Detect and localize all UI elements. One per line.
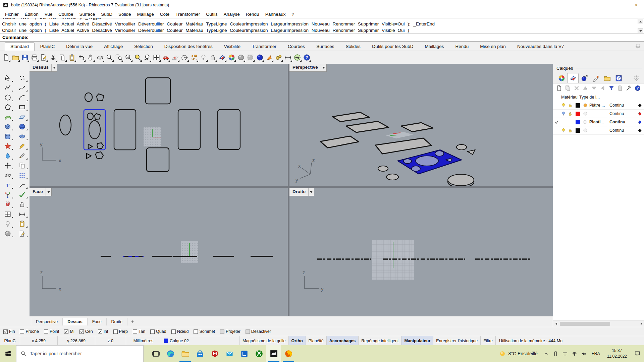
firefox-taskbar-button[interactable] bbox=[281, 345, 296, 362]
layer-linetype[interactable]: Continu bbox=[608, 101, 630, 109]
layer-color-cell[interactable] bbox=[574, 128, 582, 133]
open-folder-button[interactable] bbox=[11, 52, 20, 62]
tab-d-finir-la-vue[interactable]: Définir la vue bbox=[60, 42, 98, 51]
layer-linetype[interactable]: Continu bbox=[608, 126, 630, 134]
surface-button[interactable] bbox=[1, 112, 14, 122]
sphere-ghosted-button[interactable] bbox=[246, 52, 255, 62]
tray-display[interactable] bbox=[562, 351, 568, 357]
viewport-label-face[interactable]: Face bbox=[30, 188, 52, 196]
knife-button[interactable] bbox=[16, 151, 28, 161]
rotate-view-button[interactable] bbox=[1, 170, 14, 180]
rotate-view-button[interactable] bbox=[95, 52, 105, 62]
layer-row[interactable]: Continu bbox=[553, 126, 644, 135]
close-button[interactable]: × bbox=[629, 0, 644, 10]
plane-button[interactable] bbox=[16, 112, 28, 122]
layers-hscrollbar[interactable] bbox=[553, 320, 644, 327]
command-input[interactable] bbox=[29, 34, 644, 41]
menu-fichier[interactable]: Fichier bbox=[2, 12, 22, 17]
tab-affichage[interactable]: Affichage bbox=[98, 42, 128, 51]
move-button[interactable] bbox=[1, 161, 14, 170]
tab-surfaces[interactable]: Surfaces bbox=[311, 42, 340, 51]
layer-linetype[interactable]: Continu bbox=[608, 110, 630, 118]
perspective-canvas[interactable]: z x y bbox=[289, 64, 553, 186]
array-button[interactable] bbox=[16, 170, 28, 180]
tab-nouveaut-s-dans-la-v7[interactable]: Nouveautés dans la V7 bbox=[512, 42, 570, 51]
sun-cone-button[interactable] bbox=[264, 52, 274, 62]
panel-tab-render-wedge[interactable] bbox=[567, 73, 579, 83]
start-button[interactable] bbox=[0, 345, 16, 362]
menu-analyse[interactable]: Analyse bbox=[221, 12, 243, 17]
edge-taskbar-button[interactable] bbox=[163, 345, 178, 362]
menu-subd[interactable]: SubD bbox=[98, 12, 115, 17]
panel-tab-color-wheel[interactable] bbox=[556, 73, 567, 83]
options-gears-button[interactable] bbox=[274, 52, 283, 62]
layer-print-color-cell[interactable] bbox=[635, 111, 644, 117]
menu-surface[interactable]: Surface bbox=[76, 12, 98, 17]
tab-solides[interactable]: Solides bbox=[340, 42, 366, 51]
panel-tab-gear[interactable] bbox=[631, 73, 642, 83]
arc-button[interactable] bbox=[16, 93, 28, 102]
zoom-dynamic-button[interactable] bbox=[105, 52, 114, 62]
toggle-manipulateur[interactable]: Manipulateur bbox=[401, 336, 433, 345]
osnap-point[interactable]: Point bbox=[44, 329, 59, 334]
current-layer-cell[interactable]: Calque 02 bbox=[161, 336, 240, 345]
layer-print-color-cell[interactable] bbox=[635, 103, 644, 108]
menu-transformer[interactable]: Transformer bbox=[172, 12, 203, 17]
osnap-sommet[interactable]: Sommet bbox=[194, 329, 215, 334]
menu-rendu[interactable]: Rendu bbox=[243, 12, 262, 17]
pencil-button[interactable] bbox=[16, 141, 28, 151]
sphere-blue-button[interactable] bbox=[16, 122, 28, 131]
lamp-button[interactable] bbox=[199, 52, 208, 62]
weather-widget[interactable]: 8°C Ensoleillé bbox=[499, 350, 538, 357]
viewport-tab-face[interactable]: Face bbox=[88, 318, 107, 325]
page-gray-button[interactable] bbox=[616, 84, 624, 92]
taskbar-search[interactable]: Taper ici pour rechercher bbox=[16, 345, 144, 362]
lights-diagram-button[interactable] bbox=[189, 52, 199, 62]
tab-outils-pour-les-subd[interactable]: Outils pour les SubD bbox=[366, 42, 419, 51]
layer-linetype[interactable]: Continu bbox=[608, 118, 630, 126]
menu-outils[interactable]: Outils bbox=[203, 12, 221, 17]
viewport-face[interactable]: z x Face bbox=[30, 188, 288, 316]
print-button[interactable] bbox=[30, 52, 39, 62]
osnap-nud[interactable]: Nœud bbox=[171, 329, 189, 334]
layer-lock-cell[interactable] bbox=[567, 128, 574, 133]
viewport-menu-icon[interactable] bbox=[308, 188, 314, 196]
droite-canvas[interactable]: z y bbox=[289, 188, 553, 316]
tab-s-lection[interactable]: Sélection bbox=[128, 42, 159, 51]
tray-volume[interactable] bbox=[581, 351, 587, 357]
explorer-taskbar-button[interactable] bbox=[178, 345, 193, 362]
toggle-accrochages[interactable]: Accrochages bbox=[327, 336, 359, 345]
curve-button[interactable] bbox=[16, 83, 28, 93]
toggle-filtre[interactable]: Filtre bbox=[481, 336, 496, 345]
edit-doc-button[interactable] bbox=[16, 229, 28, 238]
minimize-button[interactable] bbox=[598, 0, 613, 10]
rect-tool-button[interactable] bbox=[16, 102, 28, 112]
osnap-mi[interactable]: Mi bbox=[64, 329, 74, 334]
circle-tool-button[interactable] bbox=[1, 93, 14, 102]
viewport-menu-icon[interactable] bbox=[51, 64, 57, 71]
polygon-button[interactable] bbox=[1, 102, 14, 112]
points-button[interactable] bbox=[16, 73, 28, 83]
viewport-menu-icon[interactable] bbox=[46, 188, 51, 196]
units-cell[interactable]: Millimètres bbox=[126, 336, 161, 345]
zoom-window-button[interactable] bbox=[123, 52, 133, 62]
cut-button[interactable] bbox=[48, 52, 58, 62]
menu-dition[interactable]: Édition bbox=[22, 12, 42, 17]
lock-button[interactable] bbox=[208, 52, 217, 62]
tri-down-button[interactable] bbox=[590, 84, 598, 92]
clock[interactable]: 15:3711.02.2022 bbox=[605, 348, 629, 360]
layer-color-cell[interactable] bbox=[574, 120, 582, 124]
column-material[interactable]: Matériau bbox=[553, 95, 579, 100]
menu-cote[interactable]: Cote bbox=[157, 12, 173, 17]
layer-color-cell[interactable] bbox=[574, 103, 582, 108]
copy-button[interactable] bbox=[16, 161, 28, 170]
tab-visibilit-[interactable]: Visibilité bbox=[218, 42, 246, 51]
tray-chevron-up[interactable] bbox=[543, 351, 549, 357]
new-file-button[interactable] bbox=[555, 84, 563, 92]
tab-plansc[interactable]: PlansC bbox=[35, 42, 61, 51]
undo-button[interactable] bbox=[76, 52, 86, 62]
menu-panneaux[interactable]: Panneaux bbox=[262, 12, 289, 17]
layer-visibility-cell[interactable] bbox=[560, 111, 567, 116]
sphere-shaded-button[interactable] bbox=[1, 229, 14, 238]
toggle-magn-tisme-de-la-grille[interactable]: Magnétisme de la grille bbox=[240, 336, 289, 345]
